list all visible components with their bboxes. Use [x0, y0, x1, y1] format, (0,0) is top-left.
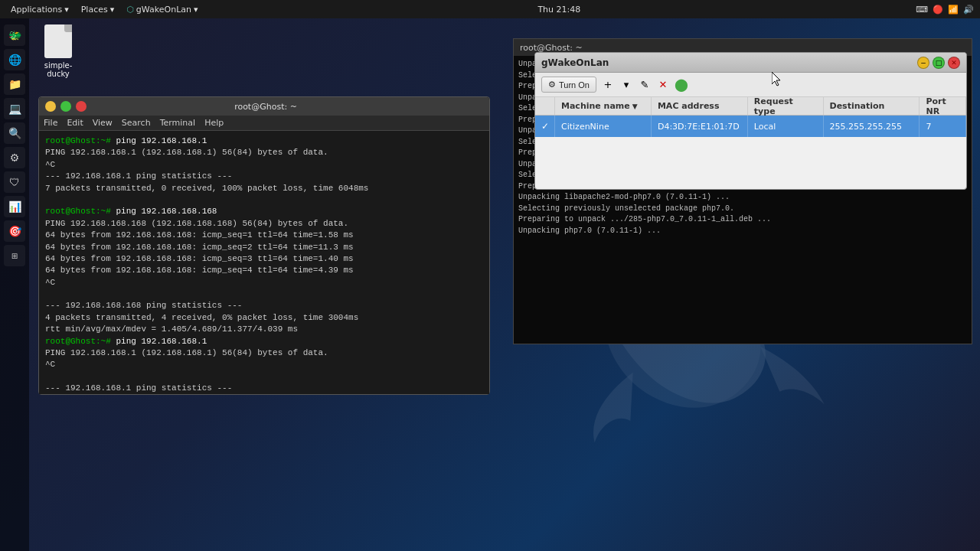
col-machine-name[interactable]: Machine name ▼	[555, 97, 652, 115]
turn-on-label: Turn On	[559, 80, 590, 90]
applications-arrow: ▾	[64, 5, 69, 15]
gwol-entry-check: ✓	[535, 116, 555, 137]
keyboard-icon: ⌨	[916, 5, 928, 15]
turn-on-button[interactable]: ⚙ Turn On	[541, 77, 596, 93]
gwol-maximize-btn[interactable]: □	[933, 57, 945, 69]
terminal-window-controls: − □ ✕	[45, 101, 87, 112]
desktop: Applications ▾ Places ▾ ⬡ gWakeOnLan ▾ T…	[0, 0, 980, 551]
col-port-nr[interactable]: Port NR	[920, 97, 966, 115]
gwakeonlan-arrow: ▾	[194, 5, 198, 15]
taskbar: Applications ▾ Places ▾ ⬡ gWakeOnLan ▾ T…	[0, 0, 980, 18]
gwol-entry-mac-address: D4:3D:7E:E1:01:7D	[652, 116, 748, 137]
desktop-icon-label: simple-ducky	[44, 61, 73, 78]
sidebar-icon-8[interactable]: 📊	[4, 196, 25, 217]
menu-view[interactable]: View	[93, 118, 113, 128]
sidebar-icon-2[interactable]: 🌐	[4, 49, 25, 70]
sidebar: 🐲 🌐 📁 💻 🔍 ⚙ 🛡 📊 🎯 ⊞	[0, 18, 29, 551]
taskbar-left: Applications ▾ Places ▾ ⬡ gWakeOnLan ▾	[6, 3, 203, 16]
terminal-maximize-btn[interactable]: □	[60, 101, 71, 112]
applications-label: Applications	[11, 5, 62, 15]
gwol-window[interactable]: gWakeOnLan − □ ✕ ⚙ Turn On + ▾ ✎ ✕ ⬤ Mac…	[534, 52, 967, 190]
terminal-titlebar: − □ ✕ root@Ghost: ~	[39, 97, 489, 116]
sidebar-icon-1[interactable]: 🐲	[4, 24, 25, 46]
sidebar-icon-5[interactable]: 🔍	[4, 122, 25, 144]
checkmark-icon: ✓	[541, 121, 549, 132]
menu-file[interactable]: File	[44, 118, 57, 128]
sidebar-icon-6[interactable]: ⚙	[4, 147, 25, 168]
gwol-window-controls: − □ ✕	[917, 57, 960, 69]
col-check	[535, 97, 555, 115]
terminal-window[interactable]: − □ ✕ root@Ghost: ~ File Edit View Searc…	[38, 96, 490, 395]
sidebar-icon-9[interactable]: 🎯	[4, 220, 25, 242]
sidebar-icon-3[interactable]: 📁	[4, 73, 25, 95]
gwol-minimize-btn[interactable]: −	[917, 57, 929, 69]
terminal-title: root@Ghost: ~	[234, 102, 297, 112]
col-destination[interactable]: Destination	[824, 97, 920, 115]
settings-icon: ⚙	[548, 80, 556, 90]
col-mac-address[interactable]: MAC address	[652, 97, 748, 115]
file-icon-shape	[44, 24, 72, 58]
gwakeonlan-icon: ⬡	[126, 5, 134, 15]
volume-icon: 🔊	[963, 5, 974, 15]
battery-icon: 🔴	[933, 5, 943, 15]
taskbar-datetime: Thu 21:48	[537, 5, 580, 15]
network-icon: 📶	[948, 5, 959, 15]
terminal-minimize-btn[interactable]: −	[45, 101, 56, 112]
gwol-entry-row[interactable]: ✓ CitizenNine D4:3D:7E:E1:01:7D Local 25…	[535, 116, 966, 137]
bg-terminal-title: root@Ghost: ~	[520, 43, 583, 53]
taskbar-places[interactable]: Places ▾	[77, 3, 119, 16]
menu-edit[interactable]: Edit	[67, 118, 83, 128]
online-status-icon[interactable]: ⬤	[675, 78, 688, 92]
taskbar-applications[interactable]: Applications ▾	[6, 3, 74, 16]
terminal-content: root@Ghost:~# ping 192.168.168.1PING 192…	[39, 131, 489, 394]
places-label: Places	[81, 5, 108, 15]
sidebar-icon-7[interactable]: 🛡	[4, 171, 25, 193]
col-request-type[interactable]: Request type	[748, 97, 824, 115]
gwol-close-btn[interactable]: ✕	[948, 57, 960, 69]
terminal-close-btn[interactable]: ✕	[76, 101, 87, 112]
gwol-entry-request-type: Local	[748, 116, 824, 137]
sidebar-icon-10[interactable]: ⊞	[4, 245, 25, 266]
taskbar-tray: ⌨ 🔴 📶 🔊	[916, 5, 974, 15]
gwol-entry-machine-name: CitizenNine	[555, 116, 652, 137]
menu-search[interactable]: Search	[122, 118, 151, 128]
gwol-column-headers: Machine name ▼ MAC address Request type …	[535, 97, 966, 116]
gwol-entry-destination: 255.255.255.255	[824, 116, 920, 137]
sort-icon: ▼	[632, 103, 638, 110]
dropdown-icon[interactable]: ▾	[619, 78, 633, 92]
places-arrow: ▾	[110, 5, 115, 15]
menu-help[interactable]: Help	[204, 118, 224, 128]
gwakeonlan-label: gWakeOnLan	[136, 5, 191, 15]
add-icon[interactable]: +	[601, 78, 615, 92]
delete-icon[interactable]: ✕	[656, 78, 670, 92]
gwol-entry-port: 7	[920, 116, 966, 137]
desktop-file-icon[interactable]: simple-ducky	[34, 24, 83, 78]
taskbar-gwakeonlan[interactable]: ⬡ gWakeOnLan ▾	[122, 3, 202, 16]
sidebar-icon-4[interactable]: 💻	[4, 98, 25, 119]
edit-icon[interactable]: ✎	[638, 78, 652, 92]
gwol-title: gWakeOnLan	[541, 57, 609, 68]
terminal-menubar: File Edit View Search Terminal Help	[39, 116, 489, 131]
menu-terminal[interactable]: Terminal	[160, 118, 196, 128]
gwol-titlebar: gWakeOnLan − □ ✕	[535, 53, 966, 73]
gwol-toolbar: ⚙ Turn On + ▾ ✎ ✕ ⬤	[535, 73, 966, 97]
